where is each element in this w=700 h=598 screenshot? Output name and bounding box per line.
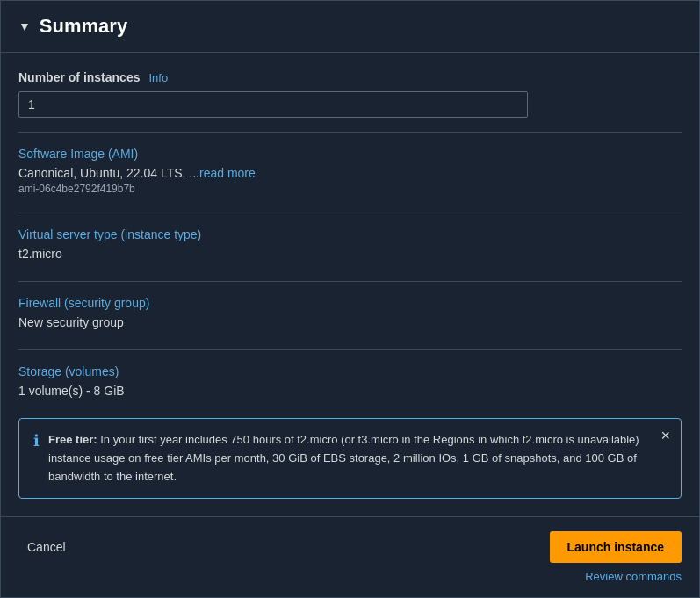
summary-panel: ▼ Summary Number of instances Info Softw… <box>0 0 700 598</box>
free-tier-body: In your first year includes 750 hours of… <box>48 433 639 483</box>
firewall-value: New security group <box>18 313 682 332</box>
software-image-label: Software Image (AMI) <box>18 147 682 161</box>
ami-id: ami-06c4be2792f419b7b <box>18 183 682 195</box>
virtual-server-value: t2.micro <box>18 245 682 263</box>
panel-body: Number of instances Info Software Image … <box>1 53 699 516</box>
chevron-down-icon: ▼ <box>18 19 31 33</box>
storage-value: 1 volume(s) - 8 GiB <box>18 382 682 400</box>
free-tier-content: ℹ Free tier: In your first year includes… <box>33 431 667 486</box>
divider-3 <box>18 281 682 282</box>
firewall-label: Firewall (security group) <box>18 296 682 310</box>
divider-4 <box>18 349 682 350</box>
instances-info-link[interactable]: Info <box>148 71 168 84</box>
software-image-value: Canonical, Ubuntu, 22.04 LTS, ...read mo… <box>18 164 682 183</box>
instances-label: Number of instances <box>18 70 140 84</box>
panel-title: Summary <box>40 15 127 38</box>
free-tier-bold: Free tier: <box>48 433 97 446</box>
launch-instance-button[interactable]: Launch instance <box>550 531 682 563</box>
info-circle-icon: ℹ <box>33 431 40 450</box>
divider-2 <box>18 213 682 213</box>
storage-section: Storage (volumes) 1 volume(s) - 8 GiB <box>18 364 682 400</box>
close-free-tier-button[interactable]: × <box>660 428 670 443</box>
storage-label: Storage (volumes) <box>18 364 682 378</box>
free-tier-box: ℹ Free tier: In your first year includes… <box>18 418 682 499</box>
instances-input[interactable] <box>18 91 528 118</box>
divider-1 <box>18 132 682 133</box>
read-more-link[interactable]: read more <box>199 166 256 180</box>
review-commands-link[interactable]: Review commands <box>585 570 682 583</box>
software-image-section: Software Image (AMI) Canonical, Ubuntu, … <box>18 147 682 195</box>
ami-description: Canonical, Ubuntu, 22.04 LTS, ... <box>18 166 199 180</box>
cancel-button[interactable]: Cancel <box>18 535 75 559</box>
panel-footer: Cancel Launch instance Review commands <box>1 516 699 597</box>
virtual-server-label: Virtual server type (instance type) <box>18 227 682 241</box>
firewall-section: Firewall (security group) New security g… <box>18 296 682 332</box>
free-tier-text: Free tier: In your first year includes 7… <box>48 431 640 486</box>
panel-header: ▼ Summary <box>1 1 699 53</box>
footer-row-2: Review commands <box>18 570 682 583</box>
virtual-server-section: Virtual server type (instance type) t2.m… <box>18 227 682 263</box>
instances-field-row: Number of instances Info <box>18 70 682 118</box>
footer-row-1: Cancel Launch instance <box>18 531 682 563</box>
